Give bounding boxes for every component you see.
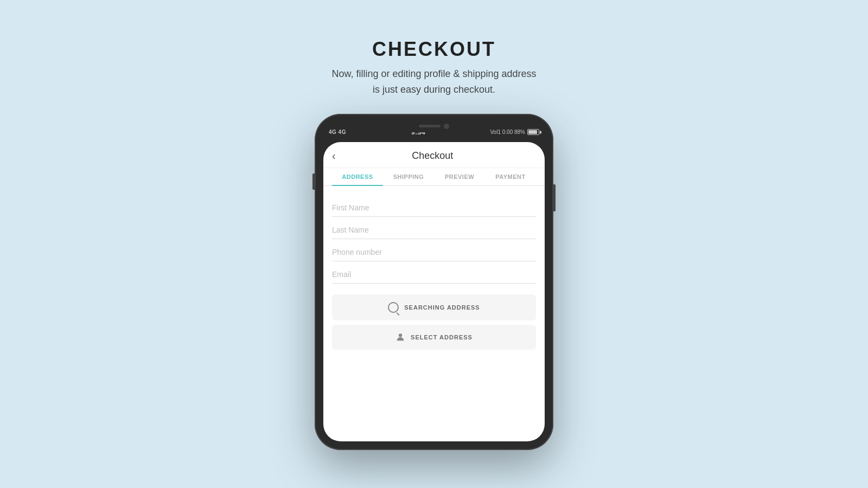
select-address-button[interactable]: SELECT ADDRESS <box>332 325 536 350</box>
svg-point-0 <box>399 333 402 337</box>
phone-notch <box>396 120 472 132</box>
front-camera <box>444 124 449 129</box>
back-button[interactable]: ‹ <box>332 150 336 162</box>
address-form: SEARCHING ADDRESS SELECT ADDRESS <box>323 186 545 441</box>
first-name-input[interactable] <box>332 197 536 217</box>
tab-preview[interactable]: PREVIEW <box>434 168 485 185</box>
phone-field-wrap <box>332 241 536 261</box>
speaker <box>419 125 441 127</box>
first-name-field-wrap <box>332 197 536 217</box>
battery-indicator: Vol1 0.00 88% <box>490 129 540 135</box>
email-field-wrap <box>332 264 536 284</box>
status-bar: 4G 4G 9:34 Vol1 0.00 88% <box>323 123 545 142</box>
volume-button <box>312 174 315 190</box>
email-input[interactable] <box>332 264 536 284</box>
page-title: CHECKOUT <box>331 38 536 61</box>
search-address-button[interactable]: SEARCHING ADDRESS <box>332 294 536 320</box>
last-name-field-wrap <box>332 219 536 239</box>
person-icon <box>395 332 405 342</box>
app-header: ‹ Checkout <box>323 142 545 168</box>
phone-input[interactable] <box>332 241 536 261</box>
page-header: CHECKOUT Now, filling or editing profile… <box>331 38 536 98</box>
phone-screen: ‹ Checkout ADDRESS SHIPPING PREVIEW PAYM… <box>323 142 545 441</box>
last-name-input[interactable] <box>332 219 536 239</box>
battery-icon <box>527 129 539 135</box>
app-title: Checkout <box>342 150 523 162</box>
power-button <box>553 184 556 211</box>
tab-address[interactable]: ADDRESS <box>332 168 383 185</box>
signal-indicator: 4G 4G <box>329 129 346 135</box>
tab-payment[interactable]: PAYMENT <box>485 168 536 185</box>
tab-shipping[interactable]: SHIPPING <box>383 168 434 185</box>
phone-frame: 4G 4G 9:34 Vol1 0.00 88% ‹ Checkout ADDR… <box>315 114 553 450</box>
checkout-tabs: ADDRESS SHIPPING PREVIEW PAYMENT <box>323 168 545 186</box>
page-subtitle: Now, filling or editing profile & shippi… <box>331 66 536 98</box>
search-icon <box>388 302 399 313</box>
